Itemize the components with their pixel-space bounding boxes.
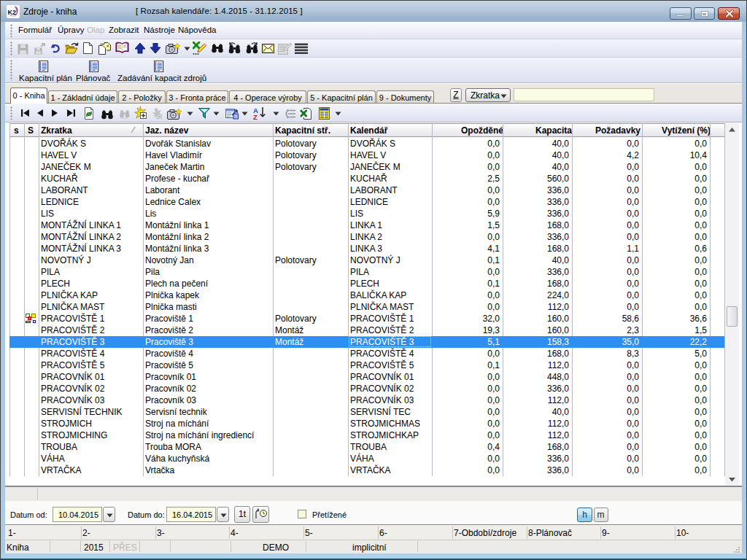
svg-text:K2: K2 [8, 9, 17, 16]
svg-text:Z: Z [253, 113, 258, 120]
